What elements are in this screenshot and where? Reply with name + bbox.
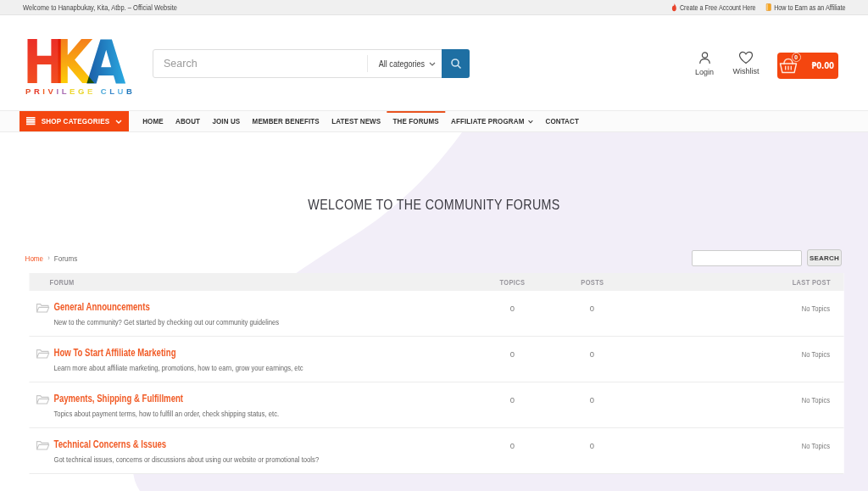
nav-item-label: THE FORUMS (393, 117, 439, 126)
nav-item-about[interactable]: ABOUT (170, 111, 206, 131)
forum-last-post: No Topics (632, 428, 844, 473)
breadcrumb-row: Home › Forums SEARCH (0, 249, 868, 266)
login-label: Login (695, 68, 714, 76)
nav-item-affiliate-program[interactable]: AFFILIATE PROGRAM (445, 111, 539, 131)
tagline-letter: E (87, 86, 92, 96)
topbar-links: Create a Free Account HereHow to Earn as… (671, 3, 845, 12)
hka-logo-icon: H K A (25, 33, 134, 86)
nav-item-home[interactable]: HOME (136, 111, 170, 131)
forum-row: General AnnouncementsNew to the communit… (30, 291, 844, 337)
account-area: Login Wishlist 0 ₱0.00 (686, 47, 838, 79)
tagline-letter: L (62, 86, 67, 96)
forum-cell: General AnnouncementsNew to the communit… (30, 291, 473, 336)
forums-table-body: General AnnouncementsNew to the communit… (30, 291, 844, 474)
tagline-letter: L (109, 86, 114, 96)
shop-categories-label: SHOP CATEGORIES (40, 117, 112, 126)
tagline-letter: I (56, 86, 58, 96)
nav-item-the-forums[interactable]: THE FORUMS (387, 111, 444, 131)
page-body: WELCOME TO THE COMMUNITY FORUMS Home › F… (0, 132, 868, 491)
forum-posts-count: 0 (553, 428, 632, 473)
chevron-down-icon (528, 120, 533, 124)
flame-icon (671, 3, 676, 12)
header: H K A PRIVILEGECLUB All categories (0, 15, 868, 110)
main-navigation: SHOP CATEGORIES HOMEABOUTJOIN USMEMBER B… (0, 110, 868, 132)
nav-item-label: AFFILIATE PROGRAM (451, 117, 524, 126)
forum-last-post: No Topics (632, 382, 844, 427)
forum-last-post: No Topics (632, 337, 844, 382)
forum-description: Got technical issues, concerns or discus… (54, 455, 320, 464)
forum-description: Learn more about affiliate marketing, pr… (54, 363, 303, 372)
tagline-letter: I (42, 86, 45, 96)
nav-item-label: ABOUT (175, 117, 200, 126)
welcome-text: Welcome to Hanapbukay, Kita, Atbp. – Off… (23, 3, 177, 12)
nav-item-label: MEMBER BENEFITS (253, 117, 320, 126)
forum-title-link[interactable]: How To Start Affiliate Marketing (54, 347, 176, 359)
product-search-bar: All categories (153, 49, 470, 78)
nav-item-latest-news[interactable]: LATEST NEWS (326, 111, 387, 131)
forum-title-link[interactable]: General Announcements (54, 301, 150, 313)
nav-item-contact[interactable]: CONTACT (539, 111, 585, 131)
forum-row: Technical Concerns & IssuesGot technical… (30, 428, 844, 474)
menu-grid-icon (26, 117, 36, 126)
topbar-link[interactable]: Create a Free Account Here (671, 3, 755, 12)
forum-row: How To Start Affiliate MarketingLearn mo… (30, 337, 844, 382)
tagline-letter: P (25, 86, 31, 96)
column-header-topics: TOPICS (473, 273, 553, 291)
folder-icon (36, 303, 50, 313)
nav-item-label: CONTACT (546, 117, 579, 126)
forum-description: Topics about payment terms, how to fulfi… (54, 409, 280, 418)
forum-posts-count: 0 (553, 337, 632, 382)
category-dropdown-label: All categories (379, 59, 425, 69)
chevron-down-icon (115, 120, 122, 124)
nav-item-join-us[interactable]: JOIN US (206, 111, 246, 131)
tagline-letter: C (101, 86, 107, 96)
forum-search: SEARCH (692, 249, 842, 266)
forum-cell: Technical Concerns & IssuesGot technical… (30, 428, 473, 473)
forum-topics-count: 0 (473, 382, 553, 427)
folder-icon (36, 394, 50, 405)
tagline-letter: U (118, 86, 124, 96)
cart-total: ₱0.00 (811, 60, 833, 71)
forum-title-link[interactable]: Technical Concerns & Issues (54, 438, 167, 450)
topbar: Welcome to Hanapbukay, Kita, Atbp. – Off… (0, 0, 868, 15)
forum-last-post: No Topics (632, 291, 844, 336)
product-search-input[interactable] (153, 50, 367, 77)
search-icon (450, 58, 462, 70)
folder-icon (36, 440, 50, 450)
forum-search-input[interactable] (692, 250, 802, 266)
forum-topics-count: 0 (473, 291, 553, 336)
forums-table-header: FORUM TOPICS POSTS LAST POST (30, 273, 844, 291)
cart-count-badge: 0 (792, 53, 801, 62)
tagline-letter: B (126, 86, 132, 96)
search-button[interactable] (442, 49, 470, 78)
wishlist-button[interactable]: Wishlist (727, 47, 765, 75)
forum-topics-count: 0 (473, 337, 553, 382)
shop-categories-button[interactable]: SHOP CATEGORIES (19, 111, 129, 131)
column-header-forum: FORUM (30, 273, 473, 291)
nav-item-label: JOIN US (212, 117, 240, 126)
heart-icon (738, 51, 754, 64)
forum-posts-count: 0 (553, 382, 632, 427)
forums-table: FORUM TOPICS POSTS LAST POST General Ann… (30, 273, 844, 474)
breadcrumb-separator: › (47, 254, 50, 262)
topbar-link[interactable]: How to Earn as an Affiliate (765, 3, 845, 12)
svg-text:A: A (86, 33, 126, 86)
cart-button[interactable]: 0 ₱0.00 (777, 53, 838, 79)
nav-item-member-benefits[interactable]: MEMBER BENEFITS (246, 111, 326, 131)
site-logo[interactable]: H K A PRIVILEGECLUB (25, 33, 134, 96)
book-icon (765, 3, 771, 11)
wishlist-label: Wishlist (733, 67, 760, 75)
forum-posts-count: 0 (553, 291, 632, 336)
logo-tagline: PRIVILEGECLUB (25, 86, 132, 96)
login-button[interactable]: Login (686, 47, 723, 76)
breadcrumb-home-link[interactable]: Home (25, 254, 44, 263)
category-dropdown[interactable]: All categories (367, 55, 442, 72)
tagline-letter: G (78, 86, 84, 96)
forum-title-link[interactable]: Payments, Shipping & Fulfillment (54, 393, 184, 405)
topbar-link-label: Create a Free Account Here (679, 3, 755, 12)
column-header-posts: POSTS (553, 273, 632, 291)
forum-description: New to the community? Get started by che… (54, 317, 280, 326)
folder-icon (36, 349, 50, 359)
tagline-letter: E (70, 86, 75, 96)
forum-search-button[interactable]: SEARCH (807, 249, 842, 266)
